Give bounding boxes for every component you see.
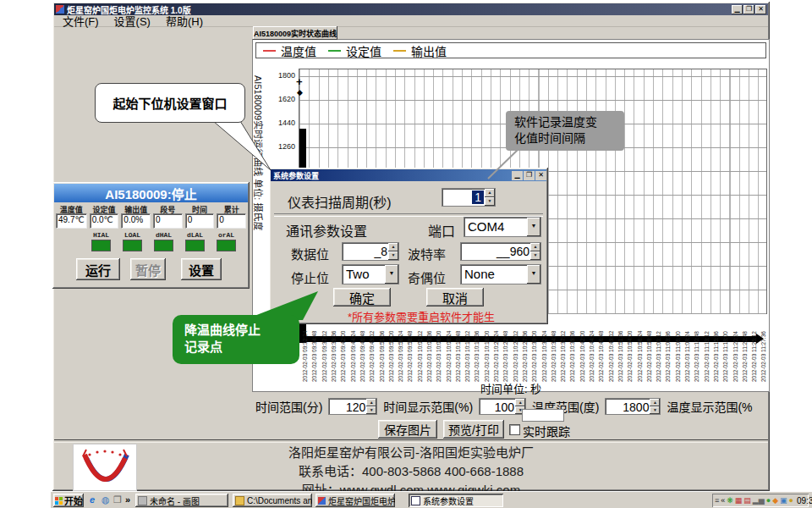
show-desktop-icon[interactable]: ❐ bbox=[113, 494, 122, 505]
scan-period-spinner[interactable]: 1 ▲▼ bbox=[442, 188, 496, 207]
data-bits-spinner[interactable]: _8 ▲▼ bbox=[342, 242, 399, 261]
lan-icon[interactable]: ▣ bbox=[780, 496, 787, 505]
legend-item: 输出值 bbox=[393, 42, 447, 59]
spin-down-icon[interactable]: ▼ bbox=[366, 406, 376, 414]
alarm-indicator: LOAL bbox=[123, 231, 142, 251]
dropdown-arrow-icon[interactable]: ▼ bbox=[527, 265, 540, 284]
signal-strength-icon[interactable]: ▂▅ bbox=[753, 496, 765, 505]
x-tick-label: 2012-02-03 11:01:12 bbox=[654, 316, 663, 382]
spin-up-icon[interactable]: ▲ bbox=[530, 243, 540, 251]
dialog-minimize-button[interactable]: ▁ bbox=[512, 171, 523, 180]
start-button[interactable]: 开始 bbox=[53, 494, 84, 507]
slider-thumb-icon[interactable]: ◆ bbox=[297, 88, 303, 97]
x-tick-label: 2012-02-03 10:34:48 bbox=[549, 316, 558, 382]
run-button[interactable]: 运行 bbox=[76, 258, 120, 280]
dropdown-arrow-icon[interactable]: ▼ bbox=[385, 265, 398, 284]
chart-legend: 温度值 设定值 输出值 bbox=[255, 42, 766, 58]
spin-up-icon[interactable]: ▲ bbox=[388, 243, 398, 251]
taskbar-task-monitor-app[interactable]: 炬星窑炉国炬电炉监... bbox=[315, 494, 395, 507]
realtime-track-label: 实时跟踪 bbox=[523, 422, 570, 439]
save-image-button[interactable]: 保存图片 bbox=[378, 420, 437, 439]
setup-button[interactable]: 设置 bbox=[181, 258, 222, 280]
collapse-chevron-icon[interactable]: « bbox=[721, 496, 725, 505]
ok-button[interactable]: 确定 bbox=[333, 288, 391, 306]
x-tick-label: 2012-02-03 10:51:36 bbox=[616, 316, 625, 382]
dialog-restore-button[interactable]: ❐ bbox=[524, 171, 535, 180]
logo-red-swoosh bbox=[85, 455, 125, 479]
temp-range-spinner[interactable]: 1800 ▲▼ bbox=[605, 398, 661, 415]
spin-down-icon[interactable]: ▼ bbox=[388, 251, 398, 260]
shield-ok-icon[interactable]: ● bbox=[766, 496, 771, 505]
x-tick-label: 2012-02-03 11:03:36 bbox=[663, 316, 672, 382]
callout-text: 降温曲线停止 bbox=[184, 322, 299, 339]
task-label: 炬星窑炉国炬电炉监... bbox=[328, 494, 395, 507]
y-tick-label: 1620 bbox=[270, 95, 295, 119]
spin-up-icon[interactable]: ▲ bbox=[485, 189, 495, 197]
overflow-chevron-icon[interactable]: » bbox=[125, 494, 130, 505]
dialog-close-button[interactable]: ✕ bbox=[535, 171, 546, 180]
legend-dash-icon bbox=[393, 50, 406, 52]
logo-stars-icon bbox=[88, 450, 121, 456]
menu-item[interactable]: 帮助(H) bbox=[166, 13, 203, 29]
legend-item: 温度值 bbox=[263, 42, 316, 59]
spin-down-icon[interactable]: ▼ bbox=[650, 406, 660, 414]
desktop: 炬星窑炉国炬电炉监控系统 1.0版 ▁ ❐ ✕ 文件(F)设置(S)帮助(H) … bbox=[0, 0, 812, 508]
zoom-plus-icon[interactable]: + bbox=[296, 75, 303, 88]
x-tick-label: 2012-02-03 10:08:24 bbox=[443, 316, 453, 382]
paint-icon bbox=[138, 496, 147, 505]
spin-up-icon[interactable]: ▲ bbox=[650, 399, 660, 406]
alarm-label: HIAL bbox=[91, 231, 111, 239]
restart-warning: *所有参数需要重启软件才能生 bbox=[303, 308, 540, 324]
spin-down-icon[interactable]: ▼ bbox=[530, 251, 540, 260]
close-button[interactable]: ✕ bbox=[755, 5, 766, 14]
updater-icon[interactable]: ● bbox=[789, 496, 793, 505]
task-label: 系统参数设置 bbox=[423, 494, 474, 507]
taskbar-task-paint[interactable]: 未命名 - 画图 bbox=[135, 494, 228, 507]
preview-print-button[interactable]: 预览/打印 bbox=[443, 420, 504, 439]
x-tick-label: 2012-02-03 10:39:36 bbox=[568, 316, 577, 382]
tray-icons: ≡«❋▦▤▂▅●◆▣● bbox=[715, 496, 793, 505]
time-range-spinner[interactable]: 120 ▲▼ bbox=[328, 398, 377, 415]
realtime-track-checkbox[interactable] bbox=[509, 424, 520, 435]
port-combobox[interactable]: COM4 ▼ bbox=[464, 217, 541, 237]
x-tick-label: 2012-02-03 09:44:24 bbox=[348, 316, 357, 382]
time-display-spinner[interactable]: 100 ▲▼ bbox=[479, 398, 526, 415]
tab-realtime-curve[interactable]: AI5180009实时状态曲线 bbox=[253, 26, 337, 40]
network-error-icon[interactable]: ▦ bbox=[735, 496, 743, 505]
stop-bits-combobox[interactable]: Two ▼ bbox=[342, 264, 399, 284]
x-tick-label: 2012-02-03 10:37:12 bbox=[558, 316, 568, 382]
language-bar-icon[interactable]: ≡ bbox=[715, 496, 719, 505]
device-fields: 温度值 49.7℃ 设定值 0.0℃ 输出值 0.0% 段号 0 bbox=[56, 204, 246, 229]
baud-value: __960 bbox=[461, 243, 530, 260]
x-tick-label: 2012-02-03 10:49:12 bbox=[606, 316, 616, 382]
x-tick-label: 2012-02-03 09:58:48 bbox=[405, 316, 414, 382]
spin-up-icon[interactable]: ▲ bbox=[366, 399, 376, 406]
windows-flag-icon bbox=[55, 497, 63, 505]
alert-icon[interactable]: ◆ bbox=[772, 496, 778, 505]
messenger-icon[interactable]: ◍ bbox=[102, 494, 110, 505]
stop-bits-value: Two bbox=[343, 265, 385, 284]
menu-item[interactable]: 设置(S) bbox=[114, 13, 151, 29]
menu-item[interactable]: 文件(F) bbox=[63, 13, 99, 29]
taskbar-task-system-params[interactable]: 系统参数设置 bbox=[409, 494, 503, 507]
parity-combobox[interactable]: None ▼ bbox=[460, 264, 541, 284]
spin-down-icon[interactable]: ▼ bbox=[485, 197, 495, 206]
dropdown-arrow-icon[interactable]: ▼ bbox=[527, 218, 540, 236]
x-tick-label: 2012-02-03 10:44:24 bbox=[587, 316, 596, 382]
baud-spinner[interactable]: __960 ▲▼ bbox=[460, 242, 541, 261]
x-tick-label: 2012-02-03 10:03:36 bbox=[425, 316, 434, 382]
audio-muted-icon[interactable]: ▤ bbox=[743, 496, 751, 505]
spin-up-icon[interactable]: ▲ bbox=[515, 399, 525, 406]
ie-icon[interactable]: e bbox=[90, 494, 95, 505]
x-tick-label: 2012-02-03 09:49:12 bbox=[367, 316, 376, 382]
restore-button[interactable]: ❐ bbox=[743, 5, 754, 14]
device-field: 设定值 0.0℃ bbox=[90, 204, 119, 229]
update-icon[interactable]: ❋ bbox=[727, 496, 733, 505]
alarm-label: dHAL bbox=[154, 231, 173, 239]
device-field: 累计 0 bbox=[217, 204, 246, 229]
cancel-button[interactable]: 取消 bbox=[426, 288, 484, 306]
x-tick-label: 2012-02-03 10:46:48 bbox=[596, 316, 606, 382]
minimize-button[interactable]: ▁ bbox=[732, 5, 743, 14]
taskbar-task-explorer[interactable]: C:\Documents and Se... bbox=[233, 494, 312, 507]
x-tick-label: 2012-02-03 10:32:24 bbox=[539, 316, 548, 382]
